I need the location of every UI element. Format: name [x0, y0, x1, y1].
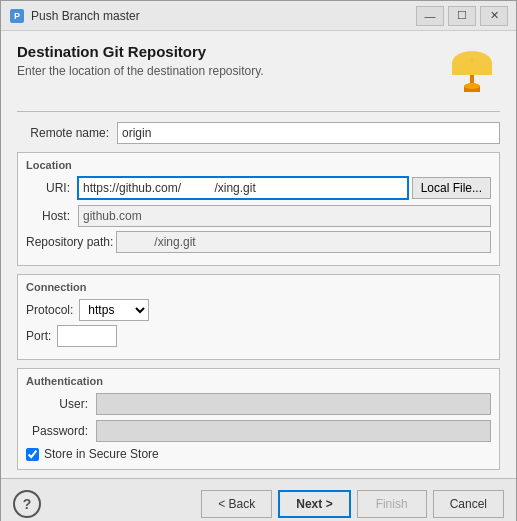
titlebar-buttons: — ☐ ✕: [416, 6, 508, 26]
repo-path-row: Repository path:: [26, 231, 491, 253]
authentication-group: Authentication User: Password: Store in …: [17, 368, 500, 470]
uri-input[interactable]: [78, 177, 408, 199]
connection-group: Connection Protocol: https ssh http Port…: [17, 274, 500, 360]
window-icon: P: [9, 8, 25, 24]
host-input[interactable]: [78, 205, 491, 227]
password-label: Password:: [26, 424, 96, 438]
password-input[interactable]: [96, 420, 491, 442]
titlebar-title: Push Branch master: [31, 9, 416, 23]
location-group: Location URI: Local File... Host: Reposi…: [17, 152, 500, 266]
svg-rect-7: [452, 65, 492, 75]
page-subtitle: Enter the location of the destination re…: [17, 64, 264, 78]
host-label: Host:: [26, 209, 78, 223]
svg-text:P: P: [14, 11, 20, 21]
svg-point-10: [464, 83, 480, 89]
port-input[interactable]: [57, 325, 117, 347]
window: P Push Branch master — ☐ ✕ Destination G…: [0, 0, 517, 521]
remote-name-label: Remote name:: [17, 126, 117, 140]
minimize-button[interactable]: —: [416, 6, 444, 26]
user-row: User:: [26, 393, 491, 415]
host-row: Host:: [26, 205, 491, 227]
uri-row: URI: Local File...: [26, 177, 491, 199]
back-button[interactable]: < Back: [201, 490, 272, 518]
header-divider: [17, 111, 500, 112]
port-row: Port:: [26, 325, 491, 347]
repo-path-label: Repository path:: [26, 235, 116, 249]
protocol-row: Protocol: https ssh http: [26, 299, 491, 321]
footer-buttons: < Back Next > Finish Cancel: [201, 490, 504, 518]
repo-path-input[interactable]: [116, 231, 491, 253]
protocol-select[interactable]: https ssh http: [79, 299, 149, 321]
close-button[interactable]: ✕: [480, 6, 508, 26]
titlebar: P Push Branch master — ☐ ✕: [1, 1, 516, 31]
help-button[interactable]: ?: [13, 490, 41, 518]
main-content: Destination Git Repository Enter the loc…: [1, 31, 516, 478]
finish-button[interactable]: Finish: [357, 490, 427, 518]
header-text: Destination Git Repository Enter the loc…: [17, 43, 264, 78]
user-input[interactable]: [96, 393, 491, 415]
maximize-button[interactable]: ☐: [448, 6, 476, 26]
cloud-upload-icon: [444, 43, 500, 99]
uri-label: URI:: [26, 181, 78, 195]
footer: ? < Back Next > Finish Cancel: [1, 478, 516, 521]
secure-store-row: Store in Secure Store: [26, 447, 491, 461]
secure-store-checkbox[interactable]: [26, 448, 39, 461]
user-label: User:: [26, 397, 96, 411]
location-group-title: Location: [26, 159, 491, 171]
local-file-button[interactable]: Local File...: [412, 177, 491, 199]
page-title: Destination Git Repository: [17, 43, 264, 60]
header-row: Destination Git Repository Enter the loc…: [17, 43, 500, 99]
secure-store-label: Store in Secure Store: [44, 447, 159, 461]
connection-group-title: Connection: [26, 281, 491, 293]
password-row: Password:: [26, 420, 491, 442]
remote-name-row: Remote name:: [17, 122, 500, 144]
authentication-group-title: Authentication: [26, 375, 491, 387]
remote-name-input[interactable]: [117, 122, 500, 144]
port-label: Port:: [26, 329, 51, 343]
protocol-label: Protocol:: [26, 303, 73, 317]
cancel-button[interactable]: Cancel: [433, 490, 504, 518]
next-button[interactable]: Next >: [278, 490, 350, 518]
